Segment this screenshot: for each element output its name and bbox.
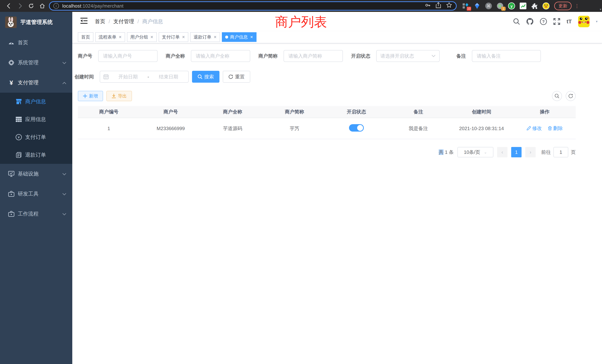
prev-page-button[interactable]: ‹ [497,147,507,157]
cell-merchant-no: M233666999 [140,118,202,139]
font-size-icon[interactable]: tT [567,18,572,25]
tag-tabbar: 首页 流程表单✕ 用户分组✕ 支付订单✕ 退款订单✕ 商户信息✕ [72,31,602,43]
back-icon[interactable] [6,3,12,9]
avatar-caret-icon[interactable]: ▾ [596,20,598,23]
github-icon[interactable] [526,18,534,25]
tab-process-form[interactable]: 流程表单✕ [95,32,125,42]
breadcrumb-pay[interactable]: 支付管理 [113,18,134,25]
status-toggle[interactable] [349,124,364,132]
full-name-label: 商户全称 [166,53,185,59]
date-end-placeholder[interactable]: 结束日期 [152,74,185,80]
tab-user-group[interactable]: 用户分组✕ [127,32,157,42]
fullscreen-icon[interactable] [553,18,560,25]
sidebar-item-refund-order[interactable]: 退款订单 [0,146,72,164]
close-icon[interactable]: ✕ [250,35,253,39]
extension-chart-icon[interactable] [519,2,527,10]
goto-label: 前往 [541,149,551,156]
chevron-down-icon [62,211,66,217]
app-logo-row[interactable]: 芋道管理系统 [0,12,72,33]
add-button[interactable]: 新增 [78,91,103,101]
close-icon[interactable]: ✕ [214,35,217,39]
calendar-icon [103,74,109,79]
app-title: 芋道管理系统 [20,19,53,26]
remark-label: 备注 [456,53,466,59]
date-start-placeholder[interactable]: 开始日期 [112,74,145,80]
close-icon[interactable]: ✕ [150,35,153,39]
pencil-icon [527,126,531,130]
pagination: 共 1 条 10条/页⌄ ‹ 1 › 前往 页 [78,147,576,157]
header-search-icon[interactable] [513,18,520,25]
full-name-input[interactable] [191,50,250,62]
sidebar-item-pay[interactable]: ¥ 支付管理 [0,73,72,93]
merchant-no-input[interactable] [98,50,158,62]
sidebar-item-label: 退款订单 [25,151,66,159]
user-avatar[interactable] [578,16,590,27]
breadcrumb-separator: / [109,19,110,24]
help-icon[interactable]: ? [540,18,547,25]
grid-icon [16,117,22,122]
extension-y-icon[interactable]: y [508,2,515,10]
status-label: 开启状态 [351,53,370,59]
short-name-input[interactable] [284,50,343,62]
sidebar-item-merchant-info[interactable]: 商户信息 [0,93,72,110]
extensions-puzzle-icon[interactable] [531,2,538,10]
sidebar-item-system[interactable]: 系统管理 [0,53,72,73]
delete-button[interactable]: 删除 [548,125,563,132]
forward-icon[interactable] [17,3,23,9]
chevron-down-icon [431,55,436,57]
chevron-down-icon: ⌄ [484,150,487,154]
extension-grid-icon[interactable]: 10 [462,2,469,10]
page-1-button[interactable]: 1 [511,147,522,157]
export-button[interactable]: 导出 [106,91,132,101]
extension-camera-icon[interactable]: 1 [496,2,504,10]
close-icon[interactable]: ✕ [182,35,185,39]
remark-input[interactable] [472,50,541,62]
extension-command-icon[interactable]: ⌘ [485,2,492,10]
search-button[interactable]: 搜索 [192,71,219,83]
tab-pay-order[interactable]: 支付订单✕ [159,32,189,42]
yen-icon: ¥ [8,79,14,86]
sidebar-item-infra[interactable]: 基础设施 [0,164,72,184]
edit-button[interactable]: 修改 [527,125,542,132]
sidebar-item-workflow[interactable]: 工作流程 [0,204,72,224]
next-page-button[interactable]: › [525,147,536,157]
status-select[interactable]: 请选择开启状态 [376,50,440,62]
tab-refund-order[interactable]: 退款订单✕ [190,32,220,42]
svg-text:⌘: ⌘ [486,4,491,8]
browser-update-button[interactable]: 更新 [554,2,572,10]
cell-create-time: 2021-10-23 08:31:14 [449,118,514,139]
browser-caret-icon[interactable]: ▾ [600,8,601,11]
goto-page-input[interactable] [553,147,568,157]
sidebar-item-devtools[interactable]: 研发工具 [0,184,72,204]
page-size-select[interactable]: 10条/页⌄ [457,147,493,157]
share-icon[interactable] [436,2,441,10]
reset-button[interactable]: 重置 [223,71,250,83]
bookmark-star-icon[interactable] [446,2,452,10]
extension-gem-icon[interactable] [473,2,481,10]
home-icon[interactable] [39,3,45,9]
refresh-table-button[interactable] [566,91,576,101]
date-range-picker[interactable]: 开始日期 - 结束日期 [100,71,189,83]
sidebar-item-app-info[interactable]: 应用信息 [0,110,72,128]
hamburger-icon[interactable] [77,18,91,25]
sidebar-item-label: 首页 [18,39,66,46]
reload-icon[interactable] [28,3,34,9]
hide-search-button[interactable] [552,91,562,101]
site-info-icon[interactable]: i [53,3,59,9]
breadcrumb-home[interactable]: 首页 [95,18,105,25]
browser-menu-icon[interactable]: ⋮ [575,4,579,8]
col-status: 开启状态 [325,106,387,118]
close-icon[interactable]: ✕ [119,35,122,39]
password-key-icon[interactable] [424,2,431,10]
address-bar[interactable]: i localhost:1024/pay/merchant [49,1,457,11]
profile-avatar-icon[interactable] [542,2,550,10]
sidebar-item-pay-order[interactable]: ¥ 支付订单 [0,128,72,146]
short-name-label: 商户简称 [258,53,278,59]
search-icon [555,94,559,98]
sidebar-item-home[interactable]: 首页 [0,33,72,53]
tab-home[interactable]: 首页 [78,32,93,42]
col-merchant-id: 商户编号 [78,106,140,118]
col-merchant-no: 商户号 [140,106,202,118]
tab-merchant-info[interactable]: 商户信息✕ [222,32,257,42]
document-icon [16,152,22,158]
